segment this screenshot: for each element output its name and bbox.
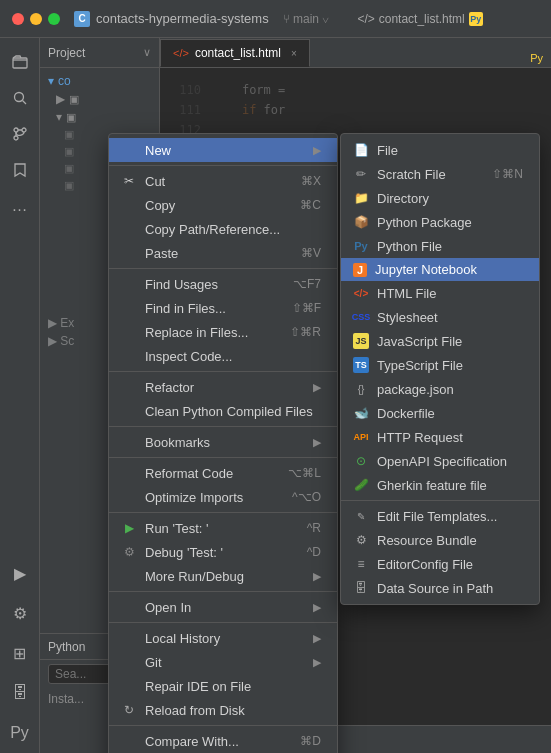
project-name: contacts-hypermedia-systems — [96, 11, 269, 26]
submenu-label-http: HTTP Request — [377, 430, 463, 445]
menu-label-git: Git — [145, 655, 162, 670]
menu-label-reload: Reload from Disk — [145, 703, 245, 718]
new-arrow-icon: ▶ — [313, 144, 321, 157]
menu-label-replace-files: Replace in Files... — [145, 325, 248, 340]
replace-files-shortcut: ⇧⌘R — [274, 325, 321, 339]
context-menu-overlay: New ▶ ✂ Cut ⌘X Copy ⌘C Copy Path/Referen… — [0, 38, 551, 753]
submenu-item-editorconfig[interactable]: ≡ EditorConfig File — [341, 552, 539, 576]
clean-icon — [121, 403, 137, 419]
run-icon: ▶ — [121, 520, 137, 536]
menu-item-reformat[interactable]: Reformat Code ⌥⌘L — [109, 461, 337, 485]
submenu-label-dockerfile: Dockerfile — [377, 406, 435, 421]
python-icon-title: Py — [469, 12, 483, 26]
separator-8 — [109, 622, 337, 623]
submenu-item-datasource[interactable]: 🗄 Data Source in Path — [341, 576, 539, 600]
menu-label-refactor: Refactor — [145, 380, 194, 395]
repair-icon — [121, 678, 137, 694]
menu-item-inspect[interactable]: Inspect Code... — [109, 344, 337, 368]
maximize-button[interactable] — [48, 13, 60, 25]
optimize-icon — [121, 489, 137, 505]
submenu-item-gherkin[interactable]: 🥒 Gherkin feature file — [341, 473, 539, 497]
submenu-label-scratch: Scratch File — [377, 167, 446, 182]
submenu-label-edit-templates: Edit File Templates... — [377, 509, 497, 524]
menu-item-copy[interactable]: Copy ⌘C — [109, 193, 337, 217]
project-icon: C — [74, 11, 90, 27]
datasource-icon: 🗄 — [353, 580, 369, 596]
menu-label-clean: Clean Python Compiled Files — [145, 404, 313, 419]
jupyter-icon: J — [353, 263, 367, 277]
submenu-label-python-package: Python Package — [377, 215, 472, 230]
submenu-item-python-file[interactable]: Py Python File — [341, 234, 539, 258]
submenu-item-resource-bundle[interactable]: ⚙ Resource Bundle — [341, 528, 539, 552]
close-button[interactable] — [12, 13, 24, 25]
menu-item-repair-ide[interactable]: Repair IDE on File — [109, 674, 337, 698]
submenu-label-editorconfig: EditorConfig File — [377, 557, 473, 572]
menu-item-debug[interactable]: ⚙ Debug 'Test: ' ^D — [109, 540, 337, 564]
menu-item-local-history[interactable]: Local History ▶ — [109, 626, 337, 650]
menu-item-find-files[interactable]: Find in Files... ⇧⌘F — [109, 296, 337, 320]
submenu-item-python-package[interactable]: 📦 Python Package — [341, 210, 539, 234]
ts-icon: TS — [353, 357, 369, 373]
menu-label-run: Run 'Test: ' — [145, 521, 209, 536]
copy-path-icon — [121, 221, 137, 237]
menu-item-copy-path[interactable]: Copy Path/Reference... — [109, 217, 337, 241]
menu-item-paste[interactable]: Paste ⌘V — [109, 241, 337, 265]
submenu-label-js: JavaScript File — [377, 334, 462, 349]
submenu-label-datasource: Data Source in Path — [377, 581, 493, 596]
menu-item-bookmarks[interactable]: Bookmarks ▶ — [109, 430, 337, 454]
submenu-item-directory[interactable]: 📁 Directory — [341, 186, 539, 210]
submenu-item-http[interactable]: API HTTP Request — [341, 425, 539, 449]
menu-item-new[interactable]: New ▶ — [109, 138, 337, 162]
menu-item-compare[interactable]: Compare With... ⌘D — [109, 729, 337, 753]
run-shortcut: ^R — [291, 521, 321, 535]
minimize-button[interactable] — [30, 13, 42, 25]
submenu-item-jupyter[interactable]: J Jupyter Notebook — [341, 258, 539, 281]
menu-label-bookmarks: Bookmarks — [145, 435, 210, 450]
menu-item-open-in[interactable]: Open In ▶ — [109, 595, 337, 619]
find-files-icon — [121, 300, 137, 316]
submenu-label-package-json: package.json — [377, 382, 454, 397]
submenu-item-js[interactable]: JS JavaScript File — [341, 329, 539, 353]
submenu-label-html: HTML File — [377, 286, 436, 301]
menu-item-refactor[interactable]: Refactor ▶ — [109, 375, 337, 399]
submenu-label-gherkin: Gherkin feature file — [377, 478, 487, 493]
separator-7 — [109, 591, 337, 592]
gherkin-icon: 🥒 — [353, 477, 369, 493]
submenu-item-stylesheet[interactable]: CSS Stylesheet — [341, 305, 539, 329]
submenu-item-edit-templates[interactable]: ✎ Edit File Templates... — [341, 504, 539, 528]
replace-files-icon — [121, 324, 137, 340]
refactor-icon — [121, 379, 137, 395]
menu-item-clean-compiled[interactable]: Clean Python Compiled Files — [109, 399, 337, 423]
separator-2 — [109, 268, 337, 269]
more-run-arrow-icon: ▶ — [313, 570, 321, 583]
submenu-item-dockerfile[interactable]: 🐋 Dockerfile — [341, 401, 539, 425]
submenu-item-package-json[interactable]: {} package.json — [341, 377, 539, 401]
menu-item-reload[interactable]: ↻ Reload from Disk — [109, 698, 337, 722]
reformat-shortcut: ⌥⌘L — [272, 466, 321, 480]
submenu-item-scratch[interactable]: ✏ Scratch File ⇧⌘N — [341, 162, 539, 186]
submenu-item-ts[interactable]: TS TypeScript File — [341, 353, 539, 377]
reformat-icon — [121, 465, 137, 481]
menu-label-find-usages: Find Usages — [145, 277, 218, 292]
submenu-item-file[interactable]: 📄 File — [341, 138, 539, 162]
main-context-menu: New ▶ ✂ Cut ⌘X Copy ⌘C Copy Path/Referen… — [108, 133, 338, 753]
debug-shortcut: ^D — [291, 545, 321, 559]
submenu-item-openapi[interactable]: ⊙ OpenAPI Specification — [341, 449, 539, 473]
menu-item-run[interactable]: ▶ Run 'Test: ' ^R — [109, 516, 337, 540]
menu-item-replace-files[interactable]: Replace in Files... ⇧⌘R — [109, 320, 337, 344]
menu-item-optimize-imports[interactable]: Optimize Imports ^⌥O — [109, 485, 337, 509]
submenu-label-file: File — [377, 143, 398, 158]
menu-item-git[interactable]: Git ▶ — [109, 650, 337, 674]
editorconfig-icon: ≡ — [353, 556, 369, 572]
menu-item-more-run[interactable]: More Run/Debug ▶ — [109, 564, 337, 588]
separator-5 — [109, 457, 337, 458]
local-history-icon — [121, 630, 137, 646]
menu-item-cut[interactable]: ✂ Cut ⌘X — [109, 169, 337, 193]
separator-6 — [109, 512, 337, 513]
debug-icon: ⚙ — [121, 544, 137, 560]
submenu-item-html[interactable]: </> HTML File — [341, 281, 539, 305]
submenu-label-jupyter: Jupyter Notebook — [375, 262, 477, 277]
menu-item-find-usages[interactable]: Find Usages ⌥F7 — [109, 272, 337, 296]
menu-label-inspect: Inspect Code... — [145, 349, 232, 364]
branch-selector[interactable]: ⑂ main ∨ — [283, 12, 330, 26]
